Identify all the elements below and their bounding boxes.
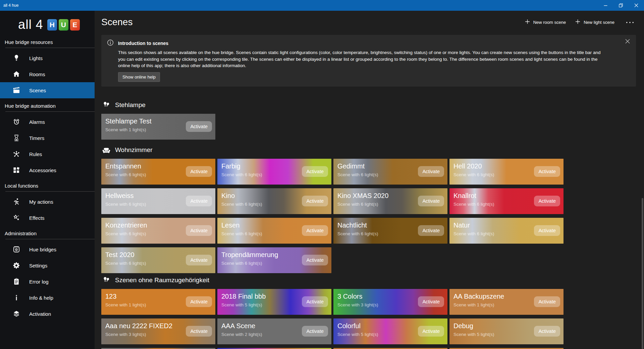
sidebar-item-effects[interactable]: Effects xyxy=(0,210,95,226)
scene-subtitle: Scene with 6 light(s) xyxy=(221,261,262,266)
activate-button[interactable]: Activate xyxy=(534,296,560,307)
lamps-icon xyxy=(102,101,111,109)
activate-button[interactable]: Activate xyxy=(534,326,560,337)
sidebar-item-alarms[interactable]: Alarms xyxy=(0,114,95,130)
scene-subtitle: Scene with 6 light(s) xyxy=(105,172,146,177)
scene-tile-2018-final-bbb[interactable]: 2018 Final bbb Scene with 5 light(s) Act… xyxy=(217,289,331,315)
scene-tile-natur[interactable]: Natur Scene with 6 light(s) Activate xyxy=(449,218,564,244)
scene-tile-test-2020[interactable]: Test 2020 Scene with 6 light(s) Activate xyxy=(101,247,215,273)
section-divider xyxy=(5,239,95,239)
close-button[interactable] xyxy=(629,0,644,11)
sidebar-item-settings[interactable]: Settings xyxy=(0,257,95,273)
sidebar-item-my-actions[interactable]: My actions xyxy=(0,194,95,210)
activate-button[interactable]: Activate xyxy=(186,166,212,177)
scene-title: Kino xyxy=(221,192,235,200)
scene-tile-nachtlicht[interactable]: Nachtlicht Scene with 6 light(s) Activat… xyxy=(333,218,447,244)
activate-button[interactable]: Activate xyxy=(418,326,444,337)
scene-tile-konzentrieren[interactable]: Konzentrieren Scene with 6 light(s) Acti… xyxy=(101,218,215,244)
activate-button[interactable]: Activate xyxy=(418,296,444,307)
scene-tile-tropend-mmerung[interactable]: Tropendämmerung Scene with 6 light(s) Ac… xyxy=(217,247,331,273)
scene-tile-hellweiss[interactable]: Hellweiss Scene with 6 light(s) Activate xyxy=(101,188,215,214)
scene-subtitle: Scene with 1 light(s) xyxy=(105,127,146,132)
scene-tile-stehlampe-test[interactable]: Stehlampe Test Scene with 1 light(s) Act… xyxy=(101,114,215,140)
scene-title: Knallrot xyxy=(453,192,476,200)
activate-button[interactable]: Activate xyxy=(534,166,560,177)
scene-group-title: Szenen ohne Raumzugehörigkeit xyxy=(115,277,209,284)
sidebar-item-rooms[interactable]: Rooms xyxy=(0,66,95,82)
scene-tile-debug[interactable]: Debug Scene with 5 light(s) Activate xyxy=(449,318,564,344)
sidebar-item-error-log[interactable]: Error log xyxy=(0,273,95,290)
scene-subtitle: Scene with 5 light(s) xyxy=(337,332,378,337)
scene-title: Colorful xyxy=(337,322,361,330)
scene-subtitle: Scene with 6 light(s) xyxy=(221,231,262,236)
activate-button[interactable]: Activate xyxy=(534,225,560,236)
scene-tile-3-colors[interactable]: 3 Colors Scene with 3 light(s) Activate xyxy=(333,289,447,315)
scene-tile-hell-2020[interactable]: Hell 2020 Scene with 6 light(s) Activate xyxy=(449,159,564,185)
scene-group-header: Stehlampe xyxy=(102,101,636,109)
sidebar-item-hue-bridges[interactable]: Hue bridges xyxy=(0,241,95,257)
activate-button[interactable]: Activate xyxy=(302,326,328,337)
lamps-icon xyxy=(102,276,111,285)
activate-button[interactable]: Activate xyxy=(302,255,328,265)
show-online-help-button[interactable]: Show online help xyxy=(118,72,160,82)
content-header: Scenes New room scene New light scene xyxy=(101,14,636,30)
vertical-scrollbar[interactable] xyxy=(642,198,643,349)
new-light-scene-label: New light scene xyxy=(584,20,614,25)
logo-letter-tiles: HUE xyxy=(47,19,80,31)
scene-group-szenen-ohne-raumzugeh-rigkeit: Szenen ohne Raumzugehörigkeit 123 Scene … xyxy=(101,276,636,349)
scene-tile-aaa-scene[interactable]: AAA Scene Scene with 2 light(s) Activate xyxy=(217,318,331,344)
restore-button[interactable] xyxy=(613,0,629,11)
scene-tile-aaa-neu-2222-fixed2[interactable]: Aaa neu 2222 FIXED2 Scene with 3 light(s… xyxy=(101,318,215,344)
sidebar-item-accessories[interactable]: Accessories xyxy=(0,162,95,178)
scene-group-header: Szenen ohne Raumzugehörigkeit xyxy=(102,276,636,285)
sidebar-item-info-help[interactable]: Info & help xyxy=(0,290,95,306)
titlebar: all 4 hue xyxy=(0,0,644,11)
sidebar-item-lights[interactable]: Lights xyxy=(0,50,95,66)
scene-tile-lesen[interactable]: Lesen Scene with 6 light(s) Activate xyxy=(217,218,331,244)
more-options-button[interactable] xyxy=(624,18,636,26)
scene-subtitle: Scene with 6 light(s) xyxy=(221,172,262,177)
infobox-close-button[interactable] xyxy=(625,39,630,45)
sidebar-item-activation[interactable]: Activation xyxy=(0,306,95,322)
scene-tile-colorful[interactable]: Colorful Scene with 5 light(s) Activate xyxy=(333,318,447,344)
scene-tile-gedimmt[interactable]: Gedimmt Scene with 6 light(s) Activate xyxy=(333,159,447,185)
scene-subtitle: Scene with 5 light(s) xyxy=(221,302,262,307)
scene-tile-farbig[interactable]: Farbig Scene with 6 light(s) Activate xyxy=(217,159,331,185)
activate-button[interactable]: Activate xyxy=(186,225,212,236)
new-room-scene-button[interactable]: New room scene xyxy=(525,19,566,25)
activate-button[interactable]: Activate xyxy=(302,166,328,177)
scene-tile-kino-xmas-2020[interactable]: Kino XMAS 2020 Scene with 6 light(s) Act… xyxy=(333,188,447,214)
sidebar-item-rules[interactable]: Rules xyxy=(0,146,95,162)
activate-button[interactable]: Activate xyxy=(302,296,328,307)
scene-tile-kino[interactable]: Kino Scene with 6 light(s) Activate xyxy=(217,188,331,214)
activate-button[interactable]: Activate xyxy=(186,121,212,132)
scene-tile-aa-backupszene[interactable]: AA Backupszene Scene with 1 light(s) Act… xyxy=(449,289,564,315)
scene-subtitle: Scene with 2 light(s) xyxy=(221,332,262,337)
couch-icon xyxy=(102,146,111,154)
activate-button[interactable]: Activate xyxy=(186,196,212,206)
minimize-button[interactable] xyxy=(598,0,613,11)
new-room-scene-label: New room scene xyxy=(533,20,566,25)
scene-title: Konzentrieren xyxy=(105,221,147,229)
sidebar-item-scenes[interactable]: Scenes xyxy=(0,82,95,98)
activate-button[interactable]: Activate xyxy=(186,296,212,307)
activate-button[interactable]: Activate xyxy=(418,225,444,236)
activate-button[interactable]: Activate xyxy=(302,225,328,236)
activate-button[interactable]: Activate xyxy=(302,196,328,206)
scene-subtitle: Scene with 3 light(s) xyxy=(337,302,378,307)
activate-button[interactable]: Activate xyxy=(186,326,212,337)
sidebar-item-timers[interactable]: Timers xyxy=(0,130,95,146)
activate-button[interactable]: Activate xyxy=(186,255,212,265)
scene-title: 3 Colors xyxy=(337,293,362,300)
scene-tile-knallrot[interactable]: Knallrot Scene with 6 light(s) Activate xyxy=(449,188,564,214)
close-icon xyxy=(634,3,638,7)
new-light-scene-button[interactable]: New light scene xyxy=(575,19,614,25)
activate-button[interactable]: Activate xyxy=(418,166,444,177)
scene-subtitle: Scene with 3 light(s) xyxy=(105,332,146,337)
scene-tile-123[interactable]: 123 Scene with 1 light(s) Activate xyxy=(101,289,215,315)
scene-tile-entspannen[interactable]: Entspannen Scene with 6 light(s) Activat… xyxy=(101,159,215,185)
activate-button[interactable]: Activate xyxy=(418,196,444,206)
scene-title: Farbig xyxy=(221,162,240,170)
main-content: Scenes New room scene New light scene In… xyxy=(95,11,644,349)
activate-button[interactable]: Activate xyxy=(534,196,560,206)
